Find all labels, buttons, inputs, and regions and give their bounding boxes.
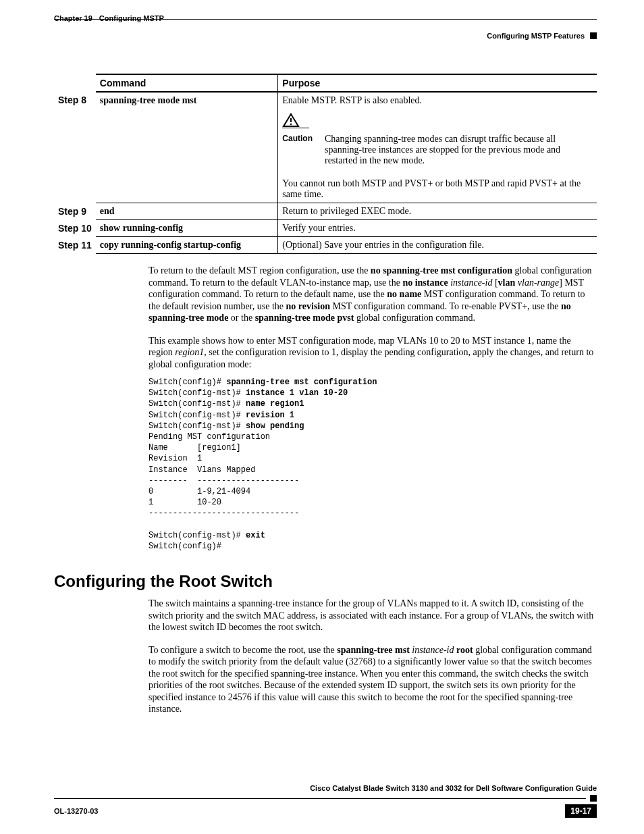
code-block: Switch(config)# spanning-tree mst config… <box>149 377 597 552</box>
step-label: Step 11 <box>54 237 96 254</box>
page: Chapter 19 Configuring MSTP Configuring … <box>0 0 644 834</box>
command-text: copy running-config startup-config <box>100 240 241 250</box>
page-number-badge: 19-17 <box>565 804 597 818</box>
paragraph: The switch maintains a spanning-tree ins… <box>149 598 597 633</box>
paragraph: To configure a switch to become the root… <box>149 644 597 715</box>
caution-icon <box>282 113 593 128</box>
chapter-number: Chapter 19 <box>54 14 92 22</box>
command-text: spanning-tree mode mst <box>100 95 197 105</box>
page-footer: Cisco Catalyst Blade Switch 3130 and 303… <box>54 784 597 818</box>
main-content: Command Purpose Step 8 spanning-tree mod… <box>54 74 597 715</box>
header-marker-icon <box>590 32 597 39</box>
command-text: end <box>100 206 115 216</box>
caution-label: Caution <box>282 134 313 166</box>
table-row: Step 10 show running-config Verify your … <box>54 220 597 237</box>
purpose-text: Return to privileged EXEC mode. <box>278 203 597 220</box>
purpose-text: Enable MSTP. RSTP is also enabled. <box>282 95 593 106</box>
paragraph: This example shows how to enter MST conf… <box>149 335 597 371</box>
step-label: Step 8 <box>54 92 96 203</box>
step-label: Step 10 <box>54 220 96 237</box>
table-header-purpose: Purpose <box>278 74 597 92</box>
paragraph: To return to the default MST region conf… <box>149 265 597 324</box>
table-header-command: Command <box>96 74 278 92</box>
svg-point-2 <box>290 124 292 125</box>
command-text: show running-config <box>100 223 183 233</box>
section-header-right: Configuring MSTP Features <box>487 32 585 40</box>
step-label: Step 9 <box>54 203 96 220</box>
purpose-extra: You cannot run both MSTP and PVST+ or bo… <box>282 178 593 200</box>
caution-text: Changing spanning-tree modes can disrupt… <box>325 134 593 166</box>
chapter-title: Configuring MSTP <box>99 14 164 22</box>
table-row: Step 9 end Return to privileged EXEC mod… <box>54 203 597 220</box>
purpose-text: (Optional) Save your entries in the conf… <box>278 237 597 254</box>
footer-marker-icon <box>590 795 597 802</box>
table-row: Step 11 copy running-config startup-conf… <box>54 237 597 254</box>
command-table: Command Purpose Step 8 spanning-tree mod… <box>54 74 597 254</box>
footer-book-title: Cisco Catalyst Blade Switch 3130 and 303… <box>54 784 597 792</box>
section-heading: Configuring the Root Switch <box>54 572 597 591</box>
table-row: Step 8 spanning-tree mode mst Enable MST… <box>54 92 597 203</box>
footer-doc-id: OL-13270-03 <box>54 807 98 815</box>
purpose-text: Verify your entries. <box>278 220 597 237</box>
